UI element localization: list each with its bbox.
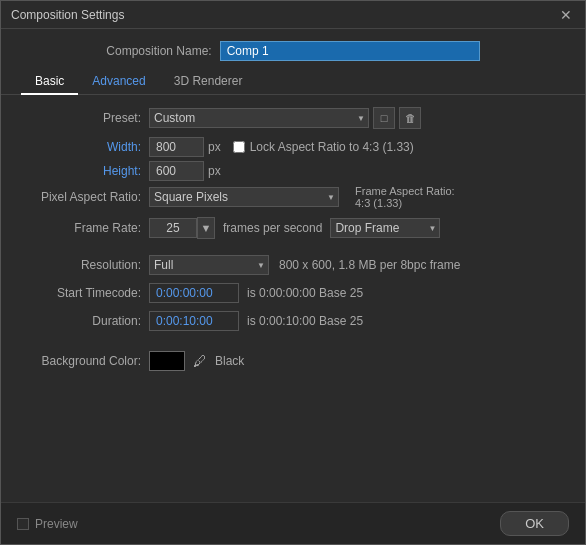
background-color-swatch[interactable] [149,351,185,371]
start-timecode-row: Start Timecode: is 0:00:00:00 Base 25 [21,283,565,303]
drop-frame-select-wrap: Drop Frame [330,218,440,238]
frame-rate-input[interactable] [149,218,197,238]
frame-rate-combo: ▼ frames per second Drop Frame [149,217,440,239]
frame-aspect-ratio-block: Frame Aspect Ratio: 4:3 (1.33) [355,185,455,209]
start-timecode-label: Start Timecode: [21,286,141,300]
pixel-aspect-ratio-label: Pixel Aspect Ratio: [21,190,141,204]
frame-rate-row: Frame Rate: ▼ frames per second Drop Fra… [21,217,565,239]
height-label: Height: [21,164,141,178]
dialog-title: Composition Settings [11,8,124,22]
eyedropper-icon[interactable]: 🖊 [193,353,207,369]
preset-select[interactable]: Custom [149,108,369,128]
start-timecode-input[interactable] [149,283,239,303]
duration-row: Duration: is 0:00:10:00 Base 25 [21,311,565,331]
footer: Preview OK [1,502,585,544]
comp-name-input[interactable] [220,41,480,61]
pixel-aspect-ratio-select[interactable]: Square Pixels [149,187,339,207]
tab-advanced[interactable]: Advanced [78,69,159,95]
width-row: Width: px Lock Aspect Ratio to 4:3 (1.33… [21,137,565,157]
preview-label: Preview [35,517,78,531]
lock-aspect-row: Lock Aspect Ratio to 4:3 (1.33) [233,140,414,154]
resolution-select[interactable]: Full Half Third Quarter Custom... [149,255,269,275]
comp-name-row: Composition Name: [1,29,585,69]
tabs-row: Basic Advanced 3D Renderer [1,69,585,95]
resolution-row: Resolution: Full Half Third Quarter Cust… [21,255,565,275]
width-label: Width: [21,140,141,154]
preset-row: Preset: Custom □ 🗑 [21,107,565,129]
background-color-name: Black [215,354,244,368]
preview-checkbox-wrap[interactable]: Preview [17,517,78,531]
lock-aspect-checkbox[interactable] [233,141,245,153]
width-unit: px [208,140,221,154]
resolution-info: 800 x 600, 1.8 MB per 8bpc frame [279,258,460,272]
background-color-label: Background Color: [21,354,141,368]
height-unit: px [208,164,221,178]
frame-rate-dropdown-button[interactable]: ▼ [197,217,215,239]
preset-save-button[interactable]: □ [373,107,395,129]
par-select-wrap: Square Pixels [149,187,339,207]
tab-basic[interactable]: Basic [21,69,78,95]
tab-3d-renderer[interactable]: 3D Renderer [160,69,257,95]
resolution-label: Resolution: [21,258,141,272]
lock-aspect-checkbox-wrap[interactable]: Lock Aspect Ratio to 4:3 (1.33) [233,140,414,154]
duration-info: is 0:00:10:00 Base 25 [247,314,363,328]
content-area: Preset: Custom □ 🗑 Width: px Lock Aspect… [1,95,585,502]
comp-name-label: Composition Name: [106,44,211,58]
preset-select-wrap-inner: Custom [149,108,369,128]
frame-rate-unit: frames per second [223,221,322,235]
width-input[interactable] [149,137,204,157]
preset-label: Preset: [21,111,141,125]
preset-delete-button[interactable]: 🗑 [399,107,421,129]
drop-frame-select[interactable]: Drop Frame [330,218,440,238]
preview-checkbox[interactable] [17,518,29,530]
resolution-select-wrap: Full Half Third Quarter Custom... [149,255,269,275]
close-button[interactable]: ✕ [557,6,575,24]
title-bar: Composition Settings ✕ [1,1,585,29]
start-timecode-info: is 0:00:00:00 Base 25 [247,286,363,300]
frame-rate-label: Frame Rate: [21,221,141,235]
pixel-aspect-ratio-row: Pixel Aspect Ratio: Square Pixels Frame … [21,185,565,209]
height-input[interactable] [149,161,204,181]
preset-select-wrap: Custom □ 🗑 [149,107,421,129]
background-color-row: Background Color: 🖊 Black [21,351,565,371]
height-row: Height: px [21,161,565,181]
ok-button[interactable]: OK [500,511,569,536]
frame-aspect-ratio-label: Frame Aspect Ratio: [355,185,455,197]
duration-input[interactable] [149,311,239,331]
lock-aspect-label: Lock Aspect Ratio to 4:3 (1.33) [250,140,414,154]
composition-settings-dialog: Composition Settings ✕ Composition Name:… [0,0,586,545]
frame-aspect-ratio-value: 4:3 (1.33) [355,197,455,209]
duration-label: Duration: [21,314,141,328]
